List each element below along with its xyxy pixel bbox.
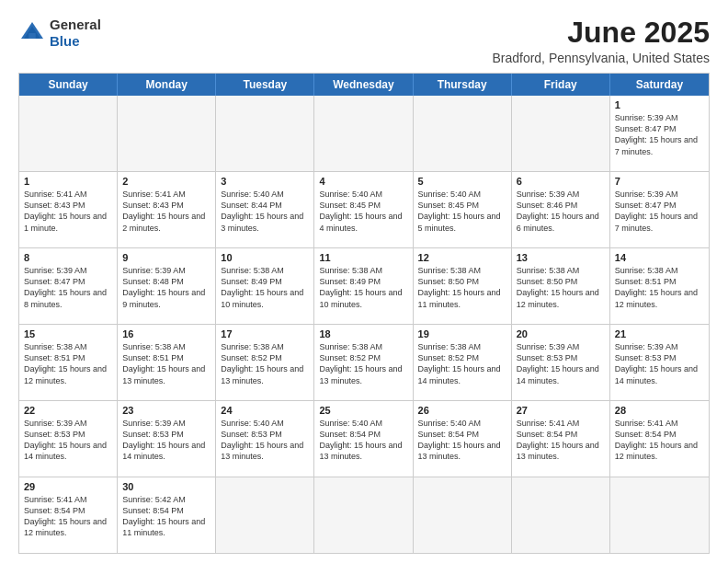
day-number: 30 [122,481,210,492]
svg-rect-2 [28,33,36,39]
calendar-cell: 19 Sunrise: 5:38 AMSunset: 8:52 PMDaylig… [414,325,512,400]
cell-info: Sunrise: 5:38 AMSunset: 8:52 PMDaylight:… [319,341,407,386]
calendar-cell: 15 Sunrise: 5:38 AMSunset: 8:51 PMDaylig… [19,325,118,400]
cell-info: Sunrise: 5:40 AMSunset: 8:44 PMDaylight:… [221,189,309,234]
header-right: June 2025 Bradford, Pennsylvania, United… [492,17,710,65]
calendar-cell: 4 Sunrise: 5:40 AMSunset: 8:45 PMDayligh… [314,172,413,247]
day-number: 12 [418,252,506,263]
day-number: 28 [615,405,704,416]
calendar-row-4: 22 Sunrise: 5:39 AMSunset: 8:53 PMDaylig… [19,400,709,477]
cell-info: Sunrise: 5:39 AMSunset: 8:47 PMDaylight:… [615,112,704,157]
header-day-thursday: Thursday [414,74,512,96]
calendar-cell: 23 Sunrise: 5:39 AMSunset: 8:53 PMDaylig… [118,401,216,477]
day-number: 3 [221,176,309,187]
day-number: 7 [615,176,704,187]
day-number: 10 [221,252,309,263]
calendar-cell: 10 Sunrise: 5:38 AMSunset: 8:49 PMDaylig… [216,248,314,324]
cell-info: Sunrise: 5:38 AMSunset: 8:52 PMDaylight:… [221,341,309,386]
calendar-cell: 25 Sunrise: 5:40 AMSunset: 8:54 PMDaylig… [314,401,413,477]
cell-info: Sunrise: 5:41 AMSunset: 8:43 PMDaylight:… [122,189,210,234]
cell-info: Sunrise: 5:39 AMSunset: 8:46 PMDaylight:… [517,189,605,234]
cell-info: Sunrise: 5:39 AMSunset: 8:48 PMDaylight:… [122,265,210,310]
calendar: SundayMondayTuesdayWednesdayThursdayFrid… [18,73,710,554]
cell-info: Sunrise: 5:40 AMSunset: 8:45 PMDaylight:… [319,189,407,234]
calendar-cell: 1 Sunrise: 5:41 AMSunset: 8:43 PMDayligh… [19,172,118,247]
day-number: 2 [122,176,210,187]
day-number: 5 [418,176,506,187]
cell-info: Sunrise: 5:40 AMSunset: 8:53 PMDaylight:… [221,418,309,463]
calendar-cell: 3 Sunrise: 5:40 AMSunset: 8:44 PMDayligh… [216,172,314,247]
header-day-monday: Monday [118,74,216,96]
cell-info: Sunrise: 5:38 AMSunset: 8:50 PMDaylight:… [418,265,506,310]
day-number: 13 [517,252,605,263]
calendar-cell [118,96,216,171]
calendar-cell: 7 Sunrise: 5:39 AMSunset: 8:47 PMDayligh… [610,172,709,247]
calendar-cell [610,477,709,553]
day-number: 29 [24,481,112,492]
day-number: 11 [319,252,407,263]
calendar-cell [216,477,314,553]
calendar-cell: 29 Sunrise: 5:41 AMSunset: 8:54 PMDaylig… [19,477,118,553]
calendar-row-5: 29 Sunrise: 5:41 AMSunset: 8:54 PMDaylig… [19,477,709,553]
cell-info: Sunrise: 5:39 AMSunset: 8:53 PMDaylight:… [122,418,210,463]
cell-info: Sunrise: 5:41 AMSunset: 8:54 PMDaylight:… [517,418,605,463]
top-section: General Blue June 2025 Bradford, Pennsyl… [18,17,710,65]
calendar-row-3: 15 Sunrise: 5:38 AMSunset: 8:51 PMDaylig… [19,324,709,400]
month-title: June 2025 [492,17,710,49]
page: General Blue June 2025 Bradford, Pennsyl… [0,0,728,563]
day-number: 17 [221,328,309,339]
day-number: 1 [615,99,704,110]
day-number: 20 [517,328,605,339]
day-number: 6 [517,176,605,187]
calendar-row-0: 1 Sunrise: 5:39 AMSunset: 8:47 PMDayligh… [19,96,709,171]
calendar-cell: 13 Sunrise: 5:38 AMSunset: 8:50 PMDaylig… [512,248,610,324]
cell-info: Sunrise: 5:39 AMSunset: 8:53 PMDaylight:… [615,341,704,386]
day-number: 25 [319,405,407,416]
logo-icon [18,19,46,47]
cell-info: Sunrise: 5:39 AMSunset: 8:47 PMDaylight:… [615,189,704,234]
location: Bradford, Pennsylvania, United States [492,51,710,65]
day-number: 4 [319,176,407,187]
header-day-wednesday: Wednesday [314,74,413,96]
header-day-saturday: Saturday [610,74,709,96]
day-number: 9 [122,252,210,263]
calendar-cell [512,96,610,171]
cell-info: Sunrise: 5:40 AMSunset: 8:54 PMDaylight:… [418,418,506,463]
calendar-cell: 24 Sunrise: 5:40 AMSunset: 8:53 PMDaylig… [216,401,314,477]
day-number: 27 [517,405,605,416]
calendar-cell: 12 Sunrise: 5:38 AMSunset: 8:50 PMDaylig… [414,248,512,324]
day-number: 16 [122,328,210,339]
calendar-cell: 30 Sunrise: 5:42 AMSunset: 8:54 PMDaylig… [118,477,216,553]
calendar-cell: 11 Sunrise: 5:38 AMSunset: 8:49 PMDaylig… [314,248,413,324]
header-day-tuesday: Tuesday [216,74,314,96]
calendar-cell: 20 Sunrise: 5:39 AMSunset: 8:53 PMDaylig… [512,325,610,400]
calendar-cell: 16 Sunrise: 5:38 AMSunset: 8:51 PMDaylig… [118,325,216,400]
calendar-cell: 26 Sunrise: 5:40 AMSunset: 8:54 PMDaylig… [414,401,512,477]
day-number: 14 [615,252,704,263]
cell-info: Sunrise: 5:38 AMSunset: 8:51 PMDaylight:… [122,341,210,386]
day-number: 1 [24,176,112,187]
cell-info: Sunrise: 5:38 AMSunset: 8:51 PMDaylight:… [24,341,112,386]
cell-info: Sunrise: 5:41 AMSunset: 8:43 PMDaylight:… [24,189,112,234]
calendar-cell: 17 Sunrise: 5:38 AMSunset: 8:52 PMDaylig… [216,325,314,400]
day-number: 18 [319,328,407,339]
calendar-body: 1 Sunrise: 5:39 AMSunset: 8:47 PMDayligh… [19,96,709,553]
cell-info: Sunrise: 5:40 AMSunset: 8:54 PMDaylight:… [319,418,407,463]
cell-info: Sunrise: 5:38 AMSunset: 8:52 PMDaylight:… [418,341,506,386]
cell-info: Sunrise: 5:38 AMSunset: 8:49 PMDaylight:… [319,265,407,310]
cell-info: Sunrise: 5:39 AMSunset: 8:53 PMDaylight:… [24,418,112,463]
calendar-row-2: 8 Sunrise: 5:39 AMSunset: 8:47 PMDayligh… [19,247,709,324]
cell-info: Sunrise: 5:41 AMSunset: 8:54 PMDaylight:… [24,494,112,539]
header-day-friday: Friday [512,74,610,96]
day-number: 19 [418,328,506,339]
day-number: 23 [122,405,210,416]
cell-info: Sunrise: 5:38 AMSunset: 8:49 PMDaylight:… [221,265,309,310]
cell-info: Sunrise: 5:38 AMSunset: 8:51 PMDaylight:… [615,265,704,310]
logo-general: General [50,17,101,33]
calendar-cell: 18 Sunrise: 5:38 AMSunset: 8:52 PMDaylig… [314,325,413,400]
calendar-cell: 14 Sunrise: 5:38 AMSunset: 8:51 PMDaylig… [610,248,709,324]
day-number: 15 [24,328,112,339]
cell-info: Sunrise: 5:41 AMSunset: 8:54 PMDaylight:… [615,418,704,463]
header-day-sunday: Sunday [19,74,118,96]
day-number: 8 [24,252,112,263]
